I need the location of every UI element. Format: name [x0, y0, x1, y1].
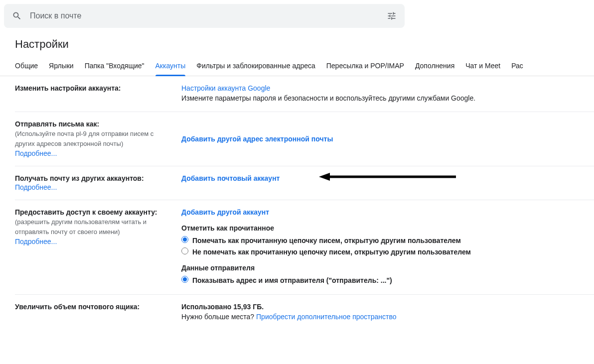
tabs: Общие Ярлыки Папка "Входящие" Аккаунты Ф…	[0, 57, 594, 76]
tab-filters[interactable]: Фильтры и заблокированные адреса	[196, 57, 315, 76]
section-title: Увеличить объем почтового ящика:	[15, 303, 171, 311]
learn-more-link[interactable]: Подробнее...	[15, 149, 57, 157]
radio-mark-read-label: Помечать как прочитанную цепочку писем, …	[192, 237, 461, 244]
account-settings-desc: Измените параметры пароля и безопасности…	[181, 93, 594, 104]
section-title: Изменить настройки аккаунта:	[15, 84, 171, 92]
tab-inbox[interactable]: Папка "Входящие"	[85, 57, 145, 76]
tab-advanced[interactable]: Рас	[511, 57, 523, 76]
section-storage: Увеличить объем почтового ящика: Использ…	[15, 295, 594, 330]
tab-addons[interactable]: Дополнения	[415, 57, 454, 76]
tab-labels[interactable]: Ярлыки	[49, 57, 74, 76]
storage-used: Использовано 15,93 ГБ.	[181, 303, 594, 311]
learn-more-link[interactable]: Подробнее...	[15, 183, 57, 191]
add-another-email-link[interactable]: Добавить другой адрес электронной почты	[181, 135, 333, 143]
add-another-account-link[interactable]: Добавить другой аккаунт	[181, 208, 269, 216]
section-subtitle: (Используйте почта pl-9 для отправки пис…	[15, 129, 171, 148]
tab-forwarding[interactable]: Пересылка и POP/IMAP	[326, 57, 404, 76]
section-title: Получать почту из других аккаунтов:	[15, 174, 171, 182]
tab-general[interactable]: Общие	[15, 57, 38, 76]
radio-show-sender[interactable]	[181, 276, 188, 283]
arrow-annotation	[319, 171, 458, 184]
section-account-settings: Изменить настройки аккаунта: Настройки а…	[15, 76, 594, 112]
section-grant-access: Предоставить доступ к своему аккаунту: (…	[15, 200, 594, 295]
search-icon[interactable]	[12, 11, 22, 21]
mark-read-heading: Отметить как прочитанное	[181, 224, 594, 232]
tab-chat-meet[interactable]: Чат и Meet	[465, 57, 500, 76]
section-subtitle: (разрешить другим пользователям читать и…	[15, 217, 171, 237]
svg-marker-1	[319, 173, 330, 181]
google-account-settings-link[interactable]: Настройки аккаунта Google	[181, 84, 270, 92]
section-check-mail: Получать почту из других аккаунтов: Подр…	[15, 166, 594, 200]
learn-more-link[interactable]: Подробнее...	[15, 238, 57, 245]
search-bar	[4, 4, 405, 28]
sender-info-heading: Данные отправителя	[181, 264, 594, 272]
add-mail-account-link[interactable]: Добавить почтовый аккаунт	[181, 174, 280, 182]
section-title: Предоставить доступ к своему аккаунту:	[15, 208, 171, 216]
page-title: Настройки	[0, 28, 594, 57]
radio-show-sender-label: Показывать адрес и имя отправителя ("отп…	[192, 276, 392, 284]
need-more-text: Нужно больше места?	[181, 313, 256, 321]
section-title: Отправлять письма как:	[15, 120, 171, 128]
tab-accounts[interactable]: Аккаунты	[155, 57, 186, 76]
search-input[interactable]	[30, 11, 387, 20]
radio-mark-read[interactable]	[181, 236, 188, 243]
tune-icon[interactable]	[387, 11, 397, 21]
buy-storage-link[interactable]: Приобрести дополнительное пространство	[256, 313, 396, 321]
section-send-as: Отправлять письма как: (Используйте почт…	[15, 112, 594, 166]
radio-dont-mark-read[interactable]	[181, 247, 188, 254]
radio-dont-mark-read-label: Не помечать как прочитанную цепочку писе…	[192, 248, 471, 256]
